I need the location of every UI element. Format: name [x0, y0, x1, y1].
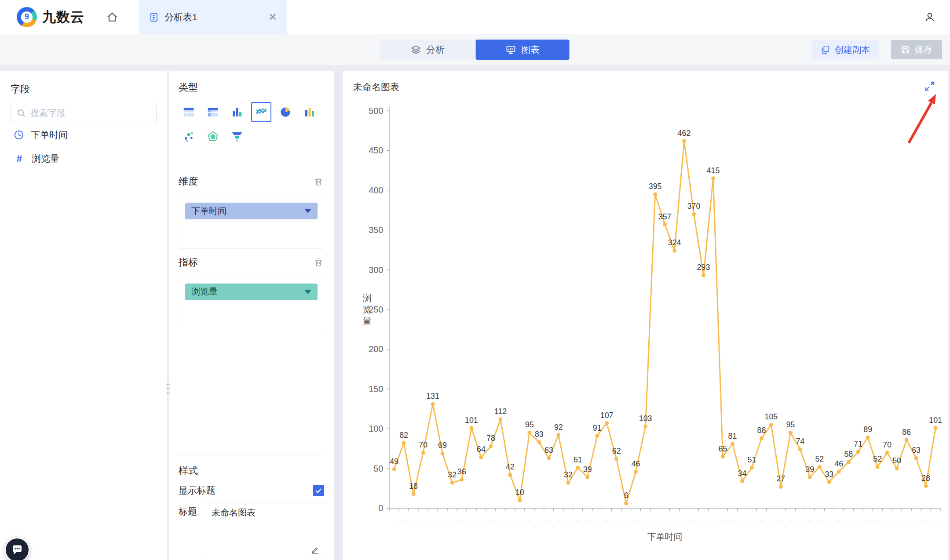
svg-text:33: 33	[825, 469, 833, 478]
drag-handle[interactable]	[166, 382, 170, 396]
tab-close-icon[interactable]: ✕	[268, 12, 277, 22]
trash-icon	[313, 257, 324, 268]
svg-text:70: 70	[419, 440, 428, 449]
layers-icon	[410, 44, 421, 55]
field-item-order-time[interactable]: 下单时间	[11, 123, 157, 147]
show-title-label: 显示标题	[179, 484, 216, 497]
svg-text:83: 83	[535, 430, 544, 439]
svg-text:..: ..	[634, 516, 638, 523]
dropdown-caret-icon	[304, 290, 311, 294]
bar-chart-icon	[230, 105, 244, 119]
field-item-label: 下单时间	[31, 129, 68, 141]
dimension-card: 下单时间	[179, 196, 324, 249]
chart-title-row: 标题 未命名图表	[179, 502, 324, 560]
create-copy-label: 创建副本	[835, 44, 870, 56]
checkbox-check-icon	[314, 487, 322, 495]
chart-type-funnel[interactable]	[227, 127, 247, 147]
chart-type-line[interactable]	[251, 102, 271, 122]
fields-panel-title: 字段	[11, 83, 157, 96]
field-search-input[interactable]	[30, 108, 151, 118]
chart-title-input[interactable]: 未命名图表	[206, 502, 324, 558]
svg-text:..: ..	[431, 516, 435, 523]
chat-support-button[interactable]	[4, 537, 30, 560]
chart-type-radar[interactable]	[203, 127, 223, 147]
dimension-field-dropdown[interactable]: 下单时间	[185, 203, 318, 219]
save-button[interactable]: 保存	[891, 40, 942, 59]
chart-type-pie[interactable]	[275, 102, 296, 122]
tab-analysis-sheet[interactable]: 分析表1 ✕	[139, 0, 287, 34]
svg-text:..: ..	[412, 516, 416, 523]
chart-type-group-table[interactable]	[203, 102, 223, 122]
clock-icon	[13, 129, 25, 141]
chart-type-scatter[interactable]	[179, 127, 199, 147]
create-copy-button[interactable]: 创建副本	[812, 40, 879, 59]
line-chart[interactable]: 050100150200250300350400450500..........…	[348, 98, 945, 559]
svg-text:..: ..	[605, 516, 609, 523]
svg-text:112: 112	[494, 407, 507, 416]
svg-text:6: 6	[624, 491, 628, 500]
svg-text:..: ..	[818, 516, 822, 523]
svg-text:89: 89	[863, 425, 872, 434]
svg-text:..: ..	[789, 516, 793, 523]
svg-text:..: ..	[692, 516, 696, 523]
svg-text:..: ..	[837, 516, 841, 523]
svg-text:95: 95	[786, 420, 795, 429]
svg-text:览: 览	[363, 305, 372, 314]
svg-text:64: 64	[477, 445, 486, 454]
svg-text:88: 88	[757, 426, 766, 435]
svg-text:0: 0	[378, 503, 383, 513]
chart-type-multi-bar[interactable]	[300, 102, 320, 122]
field-search	[11, 103, 157, 123]
svg-text:..: ..	[779, 516, 783, 523]
user-avatar-button[interactable]	[921, 8, 939, 26]
svg-text:450: 450	[369, 145, 383, 155]
svg-text:103: 103	[639, 414, 652, 423]
svg-text:..: ..	[876, 516, 880, 523]
svg-text:39: 39	[805, 465, 814, 474]
chart-view-label: 图表	[521, 44, 540, 56]
metric-clear-button[interactable]	[313, 257, 324, 268]
field-item-page-views[interactable]: # 浏览量	[11, 147, 157, 171]
show-title-checkbox[interactable]	[313, 485, 324, 496]
svg-text:..: ..	[750, 516, 754, 523]
dimension-clear-button[interactable]	[313, 176, 324, 187]
svg-text:..: ..	[663, 516, 667, 523]
show-title-row: 显示标题	[179, 484, 324, 497]
svg-text:91: 91	[593, 424, 602, 433]
app-root: 九数云 分析表1 ✕ 分析 图表 创建副本	[0, 0, 950, 560]
pencil-icon[interactable]	[310, 545, 320, 555]
svg-text:400: 400	[369, 185, 383, 195]
svg-text:78: 78	[486, 434, 495, 443]
config-panel: 类型	[169, 71, 334, 560]
metric-field-dropdown[interactable]: 浏览量	[185, 284, 318, 300]
expand-button[interactable]	[923, 79, 937, 93]
svg-text:..: ..	[508, 516, 512, 523]
svg-text:357: 357	[658, 212, 672, 221]
svg-text:..: ..	[798, 516, 802, 523]
brand: 九数云	[0, 0, 84, 34]
svg-text:..: ..	[760, 516, 764, 523]
svg-text:52: 52	[873, 455, 882, 463]
svg-text:..: ..	[769, 516, 773, 523]
svg-text:46: 46	[632, 459, 640, 468]
svg-text:..: ..	[537, 516, 541, 523]
svg-text:..: ..	[866, 516, 870, 523]
panel-divider	[167, 71, 169, 560]
svg-text:..: ..	[392, 516, 396, 523]
dropdown-caret-icon	[304, 209, 311, 213]
svg-text:42: 42	[506, 462, 515, 471]
svg-text:350: 350	[369, 225, 383, 235]
svg-text:量: 量	[363, 316, 372, 326]
expand-icon	[924, 80, 935, 92]
type-section-title: 类型	[179, 81, 324, 94]
chart-type-bar[interactable]	[227, 102, 247, 122]
style-divider	[179, 454, 324, 455]
home-button[interactable]	[103, 8, 121, 26]
analysis-view-button[interactable]: 分析	[381, 40, 475, 60]
chart-type-detail-table[interactable]	[179, 102, 199, 122]
dimension-section-header: 维度	[179, 175, 324, 188]
chart-view-button[interactable]: 图表	[476, 40, 570, 60]
svg-text:..: ..	[885, 516, 889, 523]
svg-text:34: 34	[738, 469, 747, 478]
document-icon	[149, 12, 159, 22]
